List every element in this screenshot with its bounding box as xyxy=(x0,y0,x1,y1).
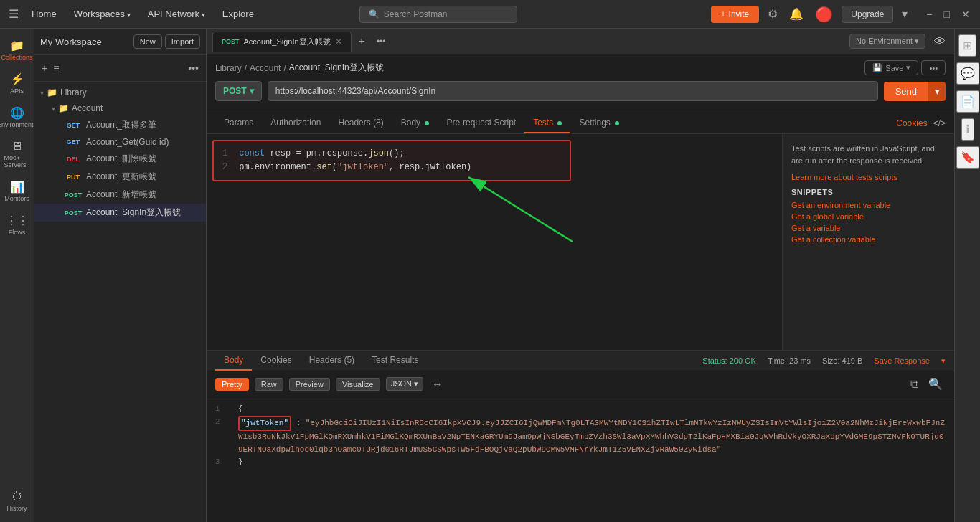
comment-icon[interactable]: 💬 xyxy=(956,62,979,85)
more-options-icon[interactable]: ••• xyxy=(187,61,200,75)
upgrade-button[interactable]: Upgrade xyxy=(842,6,893,23)
environments-label: Environments xyxy=(0,121,37,128)
body-dot xyxy=(425,121,429,125)
list-item[interactable]: GET Account_取得多筆 xyxy=(34,116,206,134)
tab-authorization[interactable]: Authorization xyxy=(262,113,329,133)
raw-button[interactable]: Raw xyxy=(255,378,283,391)
maximize-button[interactable]: □ xyxy=(940,7,954,22)
format-selector[interactable]: JSON ▾ xyxy=(386,377,423,391)
bookmark-icon[interactable]: 🔖 xyxy=(956,146,979,169)
editor-panel: 1 const resp = pm.response.json(); 2 pm.… xyxy=(207,134,954,350)
eye-icon[interactable]: 👁 xyxy=(931,32,948,51)
tab-params[interactable]: Params xyxy=(215,113,262,133)
notification-icon[interactable]: 🔔 xyxy=(786,4,806,24)
new-button[interactable]: New xyxy=(133,34,162,49)
snippet-link-0[interactable]: Get an environment variable xyxy=(791,199,946,211)
req-tab-right: Cookies </> xyxy=(896,118,946,128)
invite-button[interactable]: + Invite xyxy=(711,6,760,23)
save-button[interactable]: 💾 Save ▾ xyxy=(864,60,918,75)
breadcrumb-sep2: / xyxy=(283,63,286,73)
far-right-panel: ⊞ 💬 📄 ℹ 🔖 xyxy=(954,29,980,522)
tab-pre-request[interactable]: Pre-request Script xyxy=(438,113,524,133)
import-button[interactable]: Import xyxy=(165,34,200,49)
tab-close-icon[interactable]: ✕ xyxy=(335,37,342,47)
tab-headers[interactable]: Headers (8) xyxy=(329,113,392,133)
document-icon[interactable]: 📄 xyxy=(956,90,979,113)
close-button[interactable]: ✕ xyxy=(957,7,974,22)
resp-tab-body[interactable]: Body xyxy=(215,351,252,371)
sort-icon[interactable]: ≡ xyxy=(52,61,60,75)
snippet-link-3[interactable]: Get a collection variable xyxy=(791,234,946,245)
item-label: Account_刪除帳號 xyxy=(86,153,156,165)
copy-icon[interactable]: ⧉ xyxy=(908,374,921,394)
snippet-link-1[interactable]: Get a global variable xyxy=(791,211,946,222)
sidebar-item-monitors[interactable]: 📊 Monitors xyxy=(1,176,33,207)
sidebar-item-history[interactable]: ⏱ History xyxy=(1,486,33,516)
settings-icon[interactable]: ⚙ xyxy=(765,4,781,24)
preview-button[interactable]: Preview xyxy=(289,378,330,391)
breadcrumb-account[interactable]: Account xyxy=(250,63,281,73)
workspace-buttons: New Import xyxy=(133,34,200,49)
search-response-icon[interactable]: 🔍 xyxy=(925,374,946,394)
list-item-selected[interactable]: POST Account_SignIn登入帳號 xyxy=(34,204,206,222)
resp-tab-cookies[interactable]: Cookies xyxy=(252,351,300,371)
cookies-link[interactable]: Cookies xyxy=(896,118,927,128)
sidebar-item-collections[interactable]: 📁 Collections xyxy=(1,34,33,65)
list-item[interactable]: PUT Account_更新帳號 xyxy=(34,168,206,186)
visualize-button[interactable]: Visualize xyxy=(336,378,380,391)
wrap-icon[interactable]: ↔ xyxy=(429,375,446,394)
active-tab[interactable]: POST Account_SignIn登入帳號 ✕ xyxy=(212,32,352,52)
nav-home[interactable]: Home xyxy=(24,6,64,22)
tab-settings[interactable]: Settings xyxy=(570,113,628,133)
item-label: Account_更新帳號 xyxy=(86,171,156,183)
list-item[interactable]: DEL Account_刪除帳號 xyxy=(34,150,206,168)
settings-dot xyxy=(615,121,619,125)
url-input[interactable] xyxy=(268,81,878,101)
add-tab-icon[interactable]: + xyxy=(354,34,369,49)
top-navigation: ☰ Home Workspaces API Network Explore 🔍 … xyxy=(0,0,980,29)
response-tabs: Body Cookies Headers (5) Test Results St… xyxy=(207,351,954,371)
code-editor[interactable]: 1 const resp = pm.response.json(); 2 pm.… xyxy=(207,134,782,350)
method-selector[interactable]: POST ▾ xyxy=(215,81,262,101)
sidebar-item-apis[interactable]: ⚡ APIs xyxy=(1,68,33,99)
main-layout: 📁 Collections ⚡ APIs 🌐 Environments 🖥 Mo… xyxy=(0,29,980,522)
nav-workspaces[interactable]: Workspaces xyxy=(67,6,138,22)
learn-more-link[interactable]: Learn more about tests scripts xyxy=(791,173,897,181)
breadcrumb-library[interactable]: Library xyxy=(215,63,242,73)
breadcrumb-sep1: / xyxy=(245,63,247,73)
tree-account[interactable]: ▾ 📁 Account xyxy=(34,100,206,116)
avatar-icon[interactable]: 🔴 xyxy=(812,3,836,26)
save-response-dropdown-icon[interactable]: ▾ xyxy=(941,356,946,366)
send-button[interactable]: Send xyxy=(884,82,928,101)
response-toolbar: Pretty Raw Preview Visualize JSON ▾ ↔ ⧉ … xyxy=(207,371,954,397)
nav-explore[interactable]: Explore xyxy=(215,6,261,22)
add-collection-icon[interactable]: + xyxy=(40,61,49,75)
search-bar[interactable]: 🔍 Search Postman xyxy=(359,6,517,23)
more-options-button[interactable]: ••• xyxy=(921,60,946,75)
info-icon[interactable]: ℹ xyxy=(961,118,974,141)
sidebar-item-mock-servers[interactable]: 🖥 Mock Servers xyxy=(1,136,33,173)
menu-icon[interactable]: ☰ xyxy=(6,4,22,24)
list-item[interactable]: GET Account_Get(Guid id) xyxy=(34,134,206,150)
mock-servers-icon: 🖥 xyxy=(11,140,23,153)
environment-selector[interactable]: No Environment ▾ xyxy=(849,34,925,49)
tab-tests[interactable]: Tests xyxy=(524,113,570,133)
list-item[interactable]: POST Account_新增帳號 xyxy=(34,186,206,204)
send-dropdown-icon[interactable]: ▾ xyxy=(928,82,946,101)
resp-tab-test-results[interactable]: Test Results xyxy=(363,351,427,371)
tab-more-icon[interactable]: ••• xyxy=(372,35,390,48)
minimize-button[interactable]: − xyxy=(922,7,936,22)
snippet-link-2[interactable]: Get a variable xyxy=(791,222,946,234)
tab-body[interactable]: Body xyxy=(392,113,438,133)
upgrade-dropdown-icon[interactable]: ▾ xyxy=(899,4,910,24)
tree-library[interactable]: ▾ 📁 Library xyxy=(34,85,206,100)
sidebar-item-environments[interactable]: 🌐 Environments xyxy=(1,102,33,133)
resp-tab-headers[interactable]: Headers (5) xyxy=(301,351,363,371)
folder-icon: 📁 xyxy=(58,103,69,113)
pretty-button[interactable]: Pretty xyxy=(215,378,249,391)
code-icon[interactable]: </> xyxy=(933,118,946,128)
sidebar-item-flows[interactable]: ⋮⋮ Flows xyxy=(1,209,33,240)
layout-icon[interactable]: ⊞ xyxy=(958,34,976,57)
nav-api-network[interactable]: API Network xyxy=(141,6,212,22)
save-response-button[interactable]: Save Response xyxy=(874,356,930,365)
